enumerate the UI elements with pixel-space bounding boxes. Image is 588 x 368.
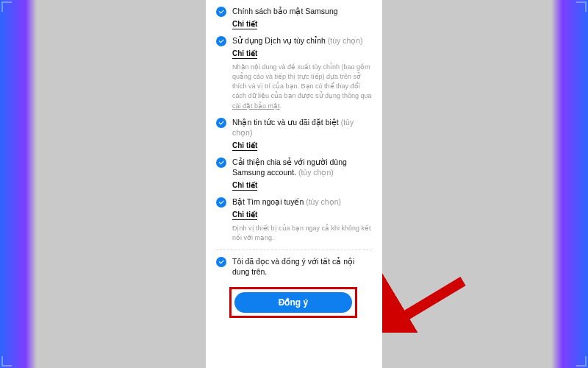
detail-link[interactable]: Chi tiết [232, 20, 257, 29]
corner-marker [1, 356, 12, 367]
item-body: Bật Tìm ngoại tuyến (tùy chọn) Chi tiết … [232, 197, 372, 243]
item-title: Sử dụng Dịch vụ tùy chỉnh (tùy chọn) [232, 35, 372, 46]
corner-marker [1, 1, 12, 12]
optional-label: (tùy chọn) [296, 168, 334, 177]
check-icon[interactable] [216, 36, 226, 46]
item-title: Nhận tin tức và ưu đãi đặt biệt (tùy chọ… [232, 117, 372, 138]
detail-link[interactable]: Chi tiết [232, 210, 257, 220]
optional-label: (tùy chọn) [326, 36, 363, 45]
highlight-box: Đồng ý [229, 287, 357, 318]
annotation-arrow-icon [382, 274, 470, 333]
gradient-left [0, 0, 37, 368]
detail-link[interactable]: Chi tiết [232, 49, 257, 59]
corner-marker [576, 1, 587, 12]
item-title: Bật Tìm ngoại tuyến (tùy chọn) [232, 197, 372, 207]
check-icon[interactable] [216, 7, 226, 17]
gradient-right [551, 0, 588, 368]
check-icon[interactable] [216, 197, 226, 208]
item-body: Sử dụng Dịch vụ tùy chỉnh (tùy chọn) Chi… [232, 35, 372, 110]
consent-item[interactable]: Chính sách bảo mật Samsung Chi tiết [216, 0, 372, 29]
optional-label: (tùy chọn) [304, 197, 341, 206]
check-icon[interactable] [216, 118, 226, 128]
screenshot-frame: Chính sách bảo mật Samsung Chi tiết Sử d… [0, 0, 588, 368]
agree-all-item[interactable]: Tôi đã đọc và đồng ý với tất cả nội dung… [216, 250, 372, 277]
item-body: Tôi đã đọc và đồng ý với tất cả nội dung… [232, 256, 372, 277]
item-body: Cải thiện chia sẻ với người dùng Samsung… [232, 157, 372, 191]
phone-screen: Chính sách bảo mật Samsung Chi tiết Sử d… [206, 0, 382, 368]
item-title: Cải thiện chia sẻ với người dùng Samsung… [232, 157, 372, 177]
svg-line-1 [390, 281, 463, 325]
consent-item[interactable]: Sử dụng Dịch vụ tùy chỉnh (tùy chọn) Chi… [216, 29, 372, 110]
detail-link[interactable]: Chi tiết [232, 141, 257, 151]
privacy-settings-link[interactable]: cài đặt bảo mật [232, 102, 280, 110]
check-icon[interactable] [216, 257, 226, 267]
agree-all-text: Tôi đã đọc và đồng ý với tất cả nội dung… [232, 256, 372, 277]
agree-button[interactable]: Đồng ý [234, 292, 352, 313]
detail-link[interactable]: Chi tiết [232, 181, 257, 191]
item-body: Chính sách bảo mật Samsung Chi tiết [232, 6, 372, 29]
item-title: Chính sách bảo mật Samsung [232, 6, 372, 16]
consent-item[interactable]: Bật Tìm ngoại tuyến (tùy chọn) Chi tiết … [216, 191, 372, 243]
consent-item[interactable]: Nhận tin tức và ưu đãi đặt biệt (tùy chọ… [216, 111, 372, 151]
item-description: Định vị thiết bị của bạn ngay cả khi khô… [232, 224, 372, 243]
item-body: Nhận tin tức và ưu đãi đặt biệt (tùy chọ… [232, 117, 372, 151]
consent-item[interactable]: Cải thiện chia sẻ với người dùng Samsung… [216, 151, 372, 191]
check-icon[interactable] [216, 158, 226, 168]
item-description: Nhận nội dung và đề xuất tùy chỉnh (bao … [232, 63, 372, 110]
corner-marker [576, 356, 587, 367]
